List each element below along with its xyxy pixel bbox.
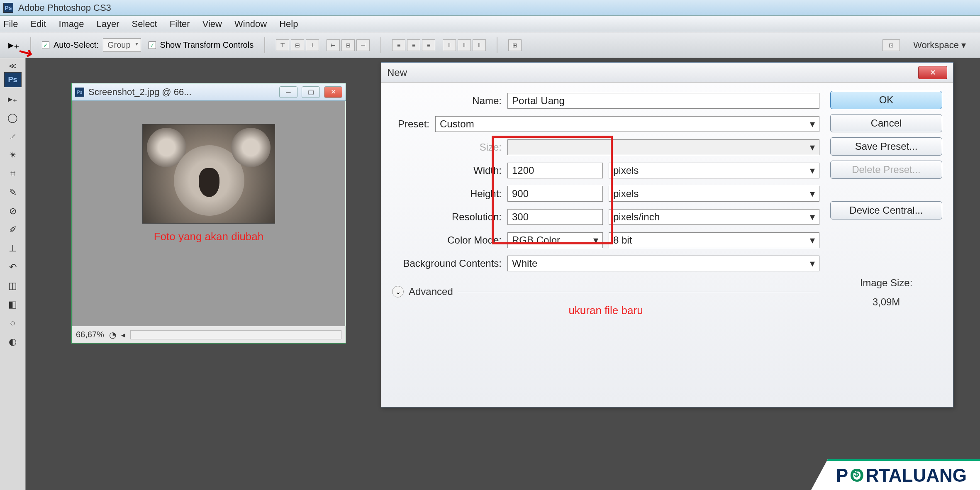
align-hcenter-icon[interactable]: ⊟ bbox=[341, 39, 355, 51]
document-icon: Ps bbox=[75, 88, 84, 97]
zoom-level[interactable]: 66,67% bbox=[76, 330, 104, 339]
dist-bottom-icon[interactable]: ≡ bbox=[422, 39, 435, 51]
doc-info-icon[interactable]: ◔ bbox=[109, 330, 116, 340]
menu-view[interactable]: View bbox=[202, 19, 222, 29]
color-bits-dropdown[interactable]: 8 bit bbox=[609, 232, 819, 248]
eyedropper-tool[interactable]: ✎ bbox=[4, 184, 22, 201]
name-input[interactable]: Portal Uang bbox=[507, 93, 819, 109]
menu-edit[interactable]: Edit bbox=[30, 19, 46, 29]
menu-select[interactable]: Select bbox=[132, 19, 157, 29]
marquee-tool[interactable]: ◯ bbox=[4, 109, 22, 127]
annotation-text-2: ukuran file baru bbox=[392, 304, 819, 317]
menu-filter[interactable]: Filter bbox=[170, 19, 190, 29]
menu-help[interactable]: Help bbox=[279, 19, 298, 29]
align-top-icon[interactable]: ⊤ bbox=[276, 39, 289, 51]
horizontal-scrollbar[interactable] bbox=[130, 330, 341, 339]
resolution-unit-dropdown[interactable]: pixels/inch bbox=[609, 209, 819, 225]
preset-dropdown[interactable]: Custom bbox=[435, 116, 819, 132]
watermark-rest: RTALUANG bbox=[865, 465, 967, 486]
width-unit-dropdown[interactable]: pixels bbox=[609, 163, 819, 178]
bg-contents-label: Background Contents: bbox=[392, 258, 502, 269]
minimize-button[interactable]: ─ bbox=[279, 86, 297, 98]
width-input[interactable]: 1200 bbox=[507, 163, 603, 178]
watermark-p: P bbox=[836, 465, 848, 486]
height-unit-dropdown[interactable]: pixels bbox=[609, 186, 819, 202]
menu-layer[interactable]: Layer bbox=[97, 19, 119, 29]
dist-top-icon[interactable]: ≡ bbox=[392, 39, 405, 51]
scroll-left-icon[interactable]: ◂ bbox=[121, 330, 125, 340]
name-label: Name: bbox=[392, 95, 502, 107]
healing-tool[interactable]: ⊘ bbox=[4, 202, 22, 220]
align-left-icon[interactable]: ⊢ bbox=[327, 39, 340, 51]
chevron-down-icon[interactable]: ⌄ bbox=[392, 286, 404, 297]
maximize-button[interactable]: ▢ bbox=[302, 86, 320, 98]
move-tool-icon: ▸₊ bbox=[8, 39, 20, 51]
close-button[interactable]: ✕ bbox=[324, 86, 342, 98]
show-transform-label: Show Transform Controls bbox=[160, 40, 254, 50]
document-window: Ps Screenshot_2.jpg @ 66... ─ ▢ ✕ Foto y… bbox=[71, 83, 346, 344]
go-to-bridge-icon[interactable]: ⊡ bbox=[882, 39, 900, 51]
dist-left-icon[interactable]: ⦀ bbox=[443, 39, 456, 51]
auto-select-checkbox[interactable]: ✓ bbox=[42, 41, 49, 49]
move-tool[interactable]: ▸₊ bbox=[4, 90, 22, 108]
cancel-button[interactable]: Cancel bbox=[830, 114, 942, 132]
dist-vcenter-icon[interactable]: ≡ bbox=[407, 39, 420, 51]
image-size-label: Image Size: bbox=[830, 273, 942, 293]
color-mode-dropdown[interactable]: RGB Color bbox=[507, 232, 603, 248]
document-canvas[interactable]: Foto yang akan diubah bbox=[72, 101, 346, 326]
dialog-title-bar[interactable]: New ✕ bbox=[381, 63, 953, 83]
size-dropdown bbox=[507, 139, 819, 155]
auto-select-group: ✓ Auto-Select: Group bbox=[42, 38, 141, 52]
toolbox-panel: ≪ Ps ▸₊ ◯ ⟋ ✴ ⌗ ✎ ⊘ ✐ ⊥ ↶ ◫ ◧ ○ ◐ bbox=[0, 58, 26, 490]
align-bottom-icon[interactable]: ⊥ bbox=[306, 39, 319, 51]
resolution-input[interactable]: 300 bbox=[507, 209, 603, 225]
ok-button[interactable]: OK bbox=[830, 91, 942, 109]
advanced-section[interactable]: ⌄ Advanced bbox=[392, 286, 819, 297]
collapse-arrow-icon[interactable]: ≪ bbox=[0, 61, 25, 71]
auto-align-icon[interactable]: ⊞ bbox=[508, 39, 522, 51]
dist-hcenter-icon[interactable]: ⦀ bbox=[458, 39, 471, 51]
menu-file[interactable]: File bbox=[3, 19, 18, 29]
app-title: Adobe Photoshop CS3 bbox=[18, 2, 111, 13]
separator bbox=[30, 37, 31, 53]
menu-bar: File Edit Image Layer Select Filter View… bbox=[0, 16, 980, 32]
align-vcenter-icon[interactable]: ⊟ bbox=[291, 39, 304, 51]
show-transform-checkbox[interactable]: ✓ bbox=[149, 41, 156, 49]
align-button-group: ⊤ ⊟ ⊥ ⊢ ⊟ ⊣ bbox=[276, 39, 370, 51]
menu-image[interactable]: Image bbox=[59, 19, 84, 29]
crop-tool[interactable]: ⌗ bbox=[4, 165, 22, 183]
app-title-bar: Ps Adobe Photoshop CS3 bbox=[0, 0, 980, 16]
height-label: Height: bbox=[392, 188, 502, 200]
divider bbox=[458, 292, 819, 292]
blur-tool[interactable]: ○ bbox=[4, 314, 22, 332]
workspace-dropdown[interactable]: Workspace ▾ bbox=[907, 40, 972, 51]
image-size-value: 3,09M bbox=[830, 293, 942, 312]
watermark-logo: PORTALUANG bbox=[811, 459, 980, 490]
device-central-button[interactable]: Device Central... bbox=[830, 201, 942, 219]
save-preset-button[interactable]: Save Preset... bbox=[830, 137, 942, 156]
magic-wand-tool[interactable]: ✴ bbox=[4, 146, 22, 164]
preset-label: Preset: bbox=[392, 118, 429, 130]
stamp-tool[interactable]: ⊥ bbox=[4, 240, 22, 257]
menu-window[interactable]: Window bbox=[234, 19, 267, 29]
bg-contents-dropdown[interactable]: White bbox=[507, 256, 819, 271]
document-title-bar[interactable]: Ps Screenshot_2.jpg @ 66... ─ ▢ ✕ bbox=[72, 83, 346, 101]
history-brush-tool[interactable]: ↶ bbox=[4, 258, 22, 276]
dialog-buttons: OK Cancel Save Preset... Delete Preset..… bbox=[830, 91, 942, 399]
new-document-dialog: New ✕ Name: Portal Uang Preset: Custom S… bbox=[381, 62, 953, 407]
watermark-o: O bbox=[850, 465, 864, 486]
separator bbox=[380, 37, 381, 53]
eraser-tool[interactable]: ◫ bbox=[4, 277, 22, 295]
annotation-text: Foto yang akan diubah bbox=[154, 230, 264, 243]
delete-preset-button: Delete Preset... bbox=[830, 161, 942, 179]
dist-right-icon[interactable]: ⦀ bbox=[473, 39, 486, 51]
lasso-tool[interactable]: ⟋ bbox=[4, 128, 22, 145]
auto-select-dropdown[interactable]: Group bbox=[103, 38, 141, 52]
dialog-close-button[interactable]: ✕ bbox=[918, 66, 947, 79]
document-status-bar: 66,67% ◔ ◂ bbox=[72, 326, 346, 343]
align-right-icon[interactable]: ⊣ bbox=[356, 39, 370, 51]
gradient-tool[interactable]: ◧ bbox=[4, 296, 22, 313]
height-input[interactable]: 900 bbox=[507, 186, 603, 202]
dodge-tool[interactable]: ◐ bbox=[4, 333, 22, 351]
brush-tool[interactable]: ✐ bbox=[4, 221, 22, 239]
